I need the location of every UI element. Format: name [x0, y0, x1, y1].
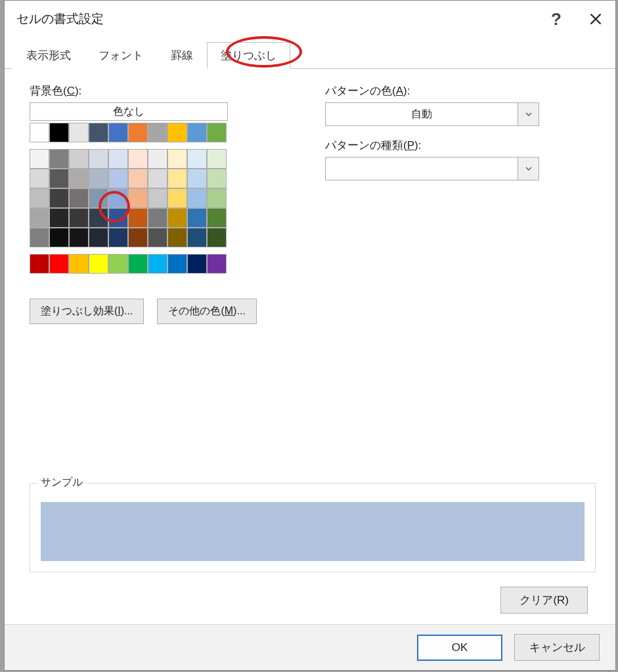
pattern-style-label: パターンの種類(P):	[325, 138, 596, 153]
color-swatch[interactable]	[49, 228, 69, 247]
color-swatch[interactable]	[148, 254, 167, 274]
color-swatch[interactable]	[69, 208, 89, 228]
fill-effects-button[interactable]: 塗りつぶし効果(I)...	[30, 299, 144, 324]
pattern-color-value: 自動	[326, 103, 518, 125]
color-swatch[interactable]	[187, 254, 207, 274]
color-swatch[interactable]	[89, 254, 108, 274]
color-swatch[interactable]	[207, 254, 227, 274]
color-swatch[interactable]	[187, 188, 207, 208]
ok-button[interactable]: OK	[417, 635, 502, 661]
color-palette	[30, 123, 240, 274]
close-icon[interactable]	[588, 11, 604, 27]
pattern-color-dropdown[interactable]: 自動	[325, 102, 539, 126]
color-swatch[interactable]	[89, 208, 108, 228]
more-colors-button[interactable]: その他の色(M)...	[157, 299, 256, 324]
color-swatch[interactable]	[167, 228, 187, 247]
color-swatch[interactable]	[69, 228, 89, 247]
color-swatch[interactable]	[128, 123, 148, 142]
color-swatch[interactable]	[167, 149, 187, 169]
color-swatch[interactable]	[49, 149, 69, 169]
tab-font[interactable]: フォント	[85, 42, 157, 69]
color-swatch[interactable]	[69, 188, 89, 208]
color-swatch[interactable]	[187, 169, 207, 188]
color-swatch[interactable]	[30, 149, 49, 169]
color-swatch[interactable]	[128, 188, 148, 208]
color-swatch[interactable]	[89, 123, 108, 142]
color-swatch[interactable]	[108, 149, 128, 169]
color-swatch[interactable]	[128, 149, 148, 169]
color-swatch[interactable]	[108, 123, 128, 142]
color-swatch[interactable]	[128, 228, 148, 247]
fill-tab-content: 背景色(C): 色なし 塗りつぶし効果(I)... その他の色(M)...	[5, 69, 615, 624]
dialog-title: セルの書式設定	[16, 10, 551, 28]
color-swatch[interactable]	[108, 208, 128, 228]
color-swatch[interactable]	[128, 254, 148, 274]
tab-bar: 表示形式 フォント 罫線 塗りつぶし	[5, 37, 615, 69]
color-swatch[interactable]	[89, 169, 108, 188]
color-swatch[interactable]	[49, 169, 69, 188]
color-swatch[interactable]	[148, 208, 167, 228]
color-swatch[interactable]	[207, 149, 227, 169]
color-swatch[interactable]	[128, 169, 148, 188]
pattern-color-label: パターンの色(A):	[325, 83, 596, 98]
color-swatch[interactable]	[30, 169, 49, 188]
help-icon[interactable]: ?	[551, 9, 562, 30]
background-color-label: 背景色(C):	[30, 83, 299, 98]
color-swatch[interactable]	[49, 123, 69, 142]
color-swatch[interactable]	[187, 228, 207, 247]
color-swatch[interactable]	[187, 149, 207, 169]
color-swatch[interactable]	[187, 208, 207, 228]
chevron-down-icon	[518, 158, 539, 180]
color-swatch[interactable]	[89, 188, 108, 208]
color-swatch[interactable]	[89, 149, 108, 169]
color-swatch[interactable]	[167, 188, 187, 208]
color-swatch[interactable]	[69, 123, 89, 142]
color-swatch[interactable]	[207, 169, 227, 188]
color-swatch[interactable]	[148, 149, 167, 169]
pattern-style-value	[326, 158, 518, 180]
tab-fill[interactable]: 塗りつぶし	[207, 42, 290, 69]
color-swatch[interactable]	[30, 254, 49, 274]
color-swatch[interactable]	[30, 228, 49, 247]
color-swatch[interactable]	[167, 254, 187, 274]
color-swatch[interactable]	[148, 123, 167, 142]
color-swatch[interactable]	[207, 188, 227, 208]
color-swatch[interactable]	[69, 149, 89, 169]
color-swatch[interactable]	[148, 228, 167, 247]
color-swatch[interactable]	[108, 228, 128, 247]
color-swatch[interactable]	[69, 169, 89, 188]
color-swatch[interactable]	[148, 169, 167, 188]
pattern-style-dropdown[interactable]	[325, 157, 539, 180]
tab-border[interactable]: 罫線	[157, 42, 207, 69]
color-swatch[interactable]	[167, 169, 187, 188]
color-swatch[interactable]	[89, 228, 108, 247]
format-cells-dialog: セルの書式設定 ? 表示形式 フォント 罫線 塗りつぶし 背景色(C): 色なし	[4, 0, 616, 671]
color-swatch[interactable]	[49, 208, 69, 228]
sample-label: サンプル	[37, 476, 87, 490]
cancel-button[interactable]: キャンセル	[514, 634, 600, 661]
clear-button[interactable]: クリア(R)	[500, 587, 588, 614]
color-swatch[interactable]	[148, 188, 167, 208]
color-swatch[interactable]	[49, 254, 69, 274]
tab-number-format[interactable]: 表示形式	[12, 42, 85, 69]
color-swatch[interactable]	[207, 228, 227, 247]
color-swatch[interactable]	[108, 254, 128, 274]
color-swatch[interactable]	[207, 123, 227, 142]
color-swatch[interactable]	[30, 208, 49, 228]
color-swatch[interactable]	[49, 188, 69, 208]
color-swatch[interactable]	[30, 188, 49, 208]
color-swatch[interactable]	[108, 188, 128, 208]
color-swatch[interactable]	[167, 208, 187, 228]
color-swatch[interactable]	[167, 123, 187, 142]
no-color-button[interactable]: 色なし	[30, 102, 228, 121]
color-swatch[interactable]	[187, 123, 207, 142]
color-swatch[interactable]	[207, 208, 227, 228]
color-swatch[interactable]	[108, 169, 128, 188]
color-swatch[interactable]	[69, 254, 89, 274]
sample-group: サンプル	[30, 483, 596, 572]
titlebar: セルの書式設定 ?	[5, 1, 615, 37]
sample-swatch	[41, 502, 585, 561]
color-swatch[interactable]	[128, 208, 148, 228]
color-swatch[interactable]	[30, 123, 49, 142]
chevron-down-icon	[518, 103, 539, 125]
